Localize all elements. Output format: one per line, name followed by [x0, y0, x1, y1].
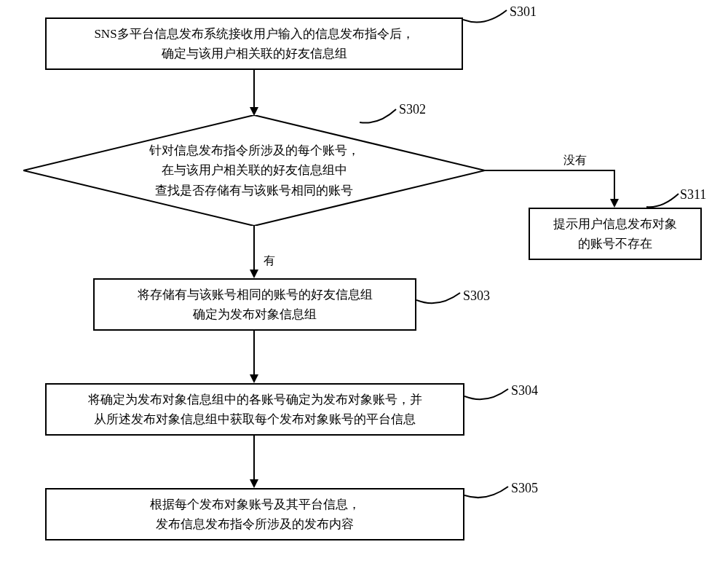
step-s302-text: 针对信息发布指令所涉及的每个账号，在与该用户相关联的好友信息组中查找是否存储有与… — [149, 141, 360, 200]
step-s301-box: SNS多平台信息发布系统接收用户输入的信息发布指令后，确定与该用户相关联的好友信… — [45, 17, 463, 70]
arrow-s302-s311-h — [485, 170, 614, 171]
arrow-head-s302-s311 — [610, 199, 619, 208]
arrow-s304-s305 — [253, 436, 255, 481]
edge-label-no: 没有 — [563, 153, 587, 168]
label-s301: S301 — [510, 4, 537, 20]
step-s304-box: 将确定为发布对象信息组中的各账号确定为发布对象账号，并从所述发布对象信息组中获取… — [45, 383, 464, 436]
step-s304-text: 将确定为发布对象信息组中的各账号确定为发布对象账号，并从所述发布对象信息组中获取… — [88, 390, 422, 429]
step-s302-diamond: 针对信息发布指令所涉及的每个账号，在与该用户相关联的好友信息组中查找是否存储有与… — [23, 115, 485, 226]
arrow-head-s302-s303 — [250, 270, 258, 278]
step-s305-box: 根据每个发布对象账号及其平台信息，发布信息发布指令所涉及的发布内容 — [45, 488, 464, 540]
arrow-s301-s302 — [253, 70, 255, 109]
connector-s302 — [360, 106, 400, 127]
arrow-s302-s303 — [253, 226, 255, 271]
connector-s311 — [646, 191, 681, 211]
arrow-s303-s304 — [253, 331, 255, 376]
step-s311-text: 提示用户信息发布对象的账号不存在 — [553, 214, 677, 253]
arrow-head-s303-s304 — [250, 374, 258, 383]
label-s303: S303 — [463, 288, 490, 304]
flowchart-container: SNS多平台信息发布系统接收用户输入的信息发布指令后，确定与该用户相关联的好友信… — [0, 0, 728, 574]
arrow-s302-s311-v — [614, 170, 615, 200]
label-s305: S305 — [511, 481, 538, 496]
label-s304: S304 — [511, 383, 538, 398]
edge-label-yes: 有 — [264, 253, 275, 269]
connector-s303 — [416, 290, 463, 310]
label-s311: S311 — [680, 187, 706, 203]
step-s305-text: 根据每个发布对象账号及其平台信息，发布信息发布指令所涉及的发布内容 — [150, 495, 360, 534]
step-s303-text: 将存储有与该账号相同的账号的好友信息组确定为发布对象信息组 — [138, 285, 373, 324]
step-s311-box: 提示用户信息发布对象的账号不存在 — [529, 208, 702, 260]
connector-s301 — [463, 7, 510, 29]
connector-s305 — [464, 484, 511, 504]
label-s302: S302 — [399, 102, 426, 117]
arrow-head-s304-s305 — [250, 479, 258, 488]
connector-s304 — [464, 386, 511, 406]
step-s303-box: 将存储有与该账号相同的账号的好友信息组确定为发布对象信息组 — [93, 278, 416, 331]
step-s301-text: SNS多平台信息发布系统接收用户输入的信息发布指令后，确定与该用户相关联的好友信… — [94, 24, 414, 63]
